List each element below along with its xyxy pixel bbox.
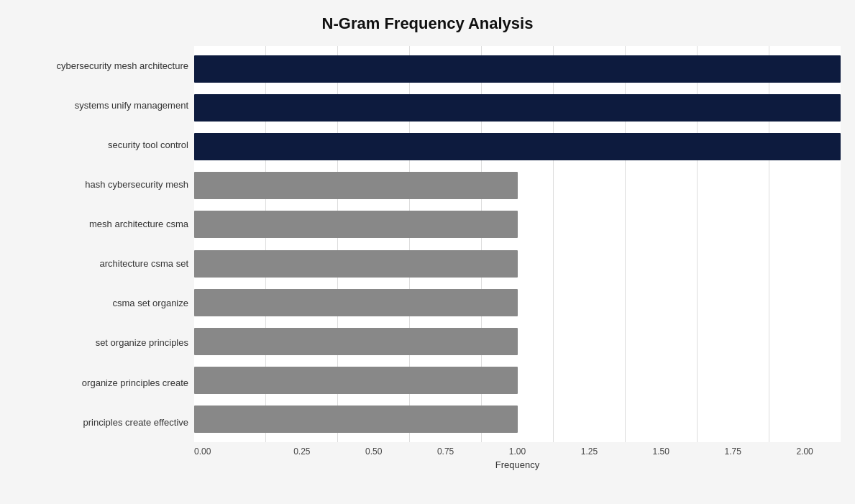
y-axis-labels: cybersecurity mesh architecturesystems u… (14, 46, 194, 442)
bar (194, 172, 518, 199)
y-label: systems unify management (14, 86, 188, 125)
chart-area: cybersecurity mesh architecturesystems u… (14, 46, 841, 442)
bar-row (194, 322, 841, 361)
y-label: mesh architecture csma (14, 204, 188, 244)
bar-row (194, 283, 841, 322)
bar-row (194, 88, 841, 127)
bar (194, 211, 518, 238)
y-label: csma set organize (14, 284, 188, 324)
x-tick: 0.00 (194, 446, 266, 457)
y-label: cybersecurity mesh architecture (14, 46, 188, 86)
y-label: hash cybersecurity mesh (14, 165, 188, 204)
x-tick: 0.75 (410, 446, 482, 457)
bar-row (194, 244, 841, 283)
y-label: principles create effective (14, 403, 188, 442)
bar-row (194, 205, 841, 244)
x-tick: 1.25 (553, 446, 625, 457)
x-tick: 1.00 (482, 446, 554, 457)
bar-row (194, 50, 841, 88)
x-tick: 0.25 (266, 446, 338, 457)
bar (194, 55, 841, 83)
bar (194, 328, 518, 355)
bar-row (194, 361, 841, 400)
chart-container: N-Gram Frequency Analysis cybersecurity … (0, 0, 855, 504)
bar (194, 367, 518, 394)
x-axis: 0.000.250.500.751.001.251.501.752.00 (194, 446, 841, 457)
bars-and-grid (194, 46, 841, 442)
bar (194, 289, 518, 316)
bar-row (194, 127, 841, 166)
x-tick: 1.75 (697, 446, 769, 457)
x-tick: 2.00 (769, 446, 841, 457)
y-label: architecture csma set (14, 244, 188, 283)
chart-title: N-Gram Frequency Analysis (14, 14, 841, 33)
bar-row (194, 400, 841, 439)
grid-and-bars (194, 46, 841, 442)
bar (194, 406, 518, 433)
y-label: set organize principles (14, 324, 188, 363)
bottom-section: 0.000.250.500.751.001.251.501.752.00 Fre… (14, 446, 841, 470)
y-label: security tool control (14, 125, 188, 165)
x-tick: 1.50 (625, 446, 697, 457)
bars-container (194, 46, 841, 442)
x-tick: 0.50 (338, 446, 410, 457)
bar (194, 94, 841, 122)
x-axis-title: Frequency (194, 459, 841, 470)
y-label: organize principles create (14, 363, 188, 403)
bar (194, 250, 518, 278)
bar-row (194, 166, 841, 205)
bar (194, 133, 841, 160)
